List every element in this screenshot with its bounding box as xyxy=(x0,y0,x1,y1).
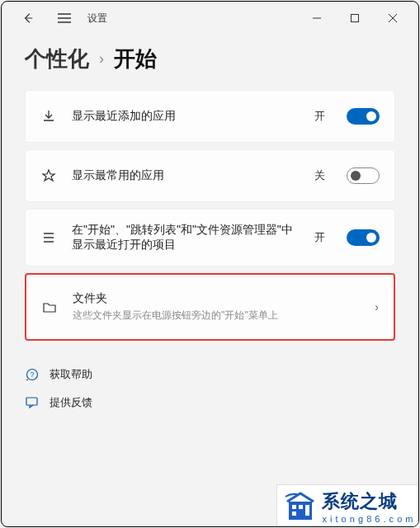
list-icon xyxy=(40,230,57,245)
breadcrumb: 个性化 › 开始 xyxy=(2,35,418,90)
toggle-state-label: 开 xyxy=(314,109,325,124)
setting-title: 文件夹 xyxy=(73,291,360,306)
download-icon xyxy=(40,109,57,124)
svg-rect-3 xyxy=(26,398,37,405)
svg-rect-8 xyxy=(305,505,309,516)
toggle-state-label: 关 xyxy=(314,168,325,183)
give-feedback-link[interactable]: 提供反馈 xyxy=(25,389,395,417)
setting-toggle-row: 显示最常用的应用关 xyxy=(25,149,395,202)
help-icon: ? xyxy=(25,368,40,381)
arrow-left-icon xyxy=(22,12,34,24)
toggle-switch[interactable] xyxy=(347,229,380,246)
hamburger-icon xyxy=(58,13,71,23)
svg-rect-0 xyxy=(352,15,359,22)
svg-text:?: ? xyxy=(30,370,34,379)
app-title: 设置 xyxy=(87,12,107,26)
feedback-icon xyxy=(25,396,40,409)
chevron-right-icon: › xyxy=(99,50,104,68)
setting-title: 显示最近添加的应用 xyxy=(72,109,300,124)
watermark-title: 系统之城 xyxy=(322,489,413,514)
toggle-switch[interactable] xyxy=(347,108,380,125)
link-label: 提供反馈 xyxy=(50,395,92,410)
get-help-link[interactable]: ? 获取帮助 xyxy=(25,361,395,389)
breadcrumb-parent[interactable]: 个性化 xyxy=(25,45,89,73)
svg-rect-6 xyxy=(299,505,303,509)
watermark-url: x i t o n g 8 6 . c o m xyxy=(322,514,413,524)
maximize-button[interactable] xyxy=(336,5,374,31)
watermark: 系统之城 x i t o n g 8 6 . c o m xyxy=(276,484,418,526)
setting-title: 在"开始"、"跳转列表"和"文件资源管理器"中显示最近打开的项目 xyxy=(72,223,300,252)
maximize-icon xyxy=(351,14,359,22)
folder-icon xyxy=(41,299,58,314)
setting-subtitle: 这些文件夹显示在电源按钮旁边的"开始"菜单上 xyxy=(73,309,360,323)
watermark-logo-icon xyxy=(282,488,319,525)
close-icon xyxy=(389,14,397,22)
setting-toggle-row: 显示最近添加的应用开 xyxy=(25,90,395,143)
breadcrumb-current: 开始 xyxy=(114,45,157,73)
close-button[interactable] xyxy=(374,5,412,31)
setting-title: 显示最常用的应用 xyxy=(72,168,300,183)
svg-rect-5 xyxy=(292,505,296,509)
back-button[interactable] xyxy=(15,5,41,31)
chevron-right-icon: › xyxy=(375,300,379,314)
minimize-icon xyxy=(313,14,321,22)
toggle-switch[interactable] xyxy=(347,167,380,184)
toggle-state-label: 开 xyxy=(314,230,325,245)
setting-nav-row[interactable]: 文件夹这些文件夹显示在电源按钮旁边的"开始"菜单上› xyxy=(25,273,395,341)
star-icon xyxy=(40,168,57,183)
setting-toggle-row: 在"开始"、"跳转列表"和"文件资源管理器"中显示最近打开的项目开 xyxy=(25,209,395,266)
settings-list: 显示最近添加的应用开显示最常用的应用关在"开始"、"跳转列表"和"文件资源管理器… xyxy=(2,90,418,341)
nav-menu-button[interactable] xyxy=(51,5,78,31)
minimize-button[interactable] xyxy=(298,5,336,31)
link-label: 获取帮助 xyxy=(50,367,92,382)
svg-rect-7 xyxy=(292,512,296,516)
